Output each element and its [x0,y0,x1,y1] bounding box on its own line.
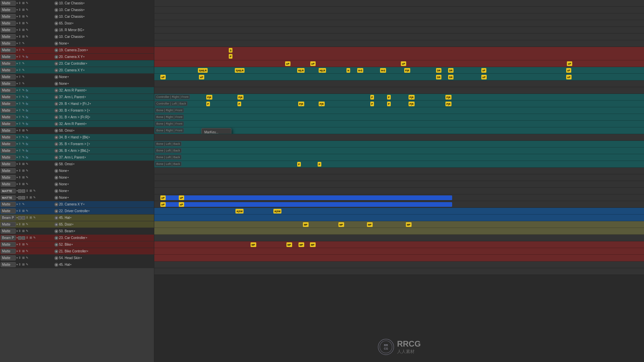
timeline-row-21[interactable]: Bone | Left | Back [154,147,644,154]
timeline-row-0[interactable] [154,0,644,7]
timeline-row-39[interactable] [154,268,644,275]
keyframe-xp-teal3[interactable]: xP [481,75,487,79]
timeline-row-27[interactable] [154,188,644,194]
keyframe-p-1[interactable]: P [370,95,374,100]
timeline-row-25[interactable] [154,174,644,181]
timeline-row-15[interactable]: Bone | Right | Front [154,107,644,114]
track-row: Matte ▾ ⇧ ✎ ◉ 19. Camera Zoom ▾ [0,47,154,54]
timeline-row-26[interactable] [154,181,644,188]
timeline-row-11[interactable] [154,80,644,87]
keyframe-mp-2[interactable]: MP [338,222,344,227]
timeline-row-5[interactable] [154,34,644,40]
timeline-row-32[interactable]: MP MP MP MP [154,221,644,228]
keyframe-plr-1[interactable]: P|R [404,68,410,73]
keyframe-hs-2[interactable]: H▪S [380,68,386,73]
keyframe-xp-teal[interactable]: xP [160,75,166,79]
keyframe-xp-4[interactable]: xP [567,61,572,66]
keyframe-hlr-2[interactable]: H|LR [319,68,326,73]
timeline-row-33[interactable] [154,228,644,235]
timeline-row-22[interactable]: Bone | Left | Back [154,154,644,161]
keyframe-dr-teal2[interactable]: DR [448,75,453,79]
timeline-row-10[interactable]: xP xP DR DR xP xP [154,74,644,80]
keyframe-pr-3[interactable]: P|R [409,95,415,100]
keyframe-mp-1[interactable]: MP [303,222,309,227]
timeline-row-7[interactable]: S P [154,47,644,60]
keyframe-xp-bar2-2[interactable]: xP [179,202,184,207]
keyframe-pr-lb-1[interactable]: P|R [298,102,304,106]
timeline-row-37[interactable] [154,255,644,261]
keyframe-dr-1[interactable]: DR [436,68,441,73]
timeline-row-18[interactable]: Bone | Right | Front MarKey... ▲ ✕ ⚙ [154,127,644,134]
keyframe-xp-bar-1[interactable]: xP [160,195,166,200]
keyframe-xp-3[interactable]: xP [401,61,406,66]
keyframe-mp-3[interactable]: MP [367,222,373,227]
timeline-row-35[interactable]: MP MP MP MP [154,241,644,248]
timeline-row-8[interactable]: xP xP xP xP [154,60,644,67]
keyframe-xp-teal2[interactable]: xP [199,75,204,79]
timeline-row-12[interactable] [154,87,644,94]
keyframe-plr-3[interactable]: xP [566,68,571,73]
timeline-row-29[interactable]: xP xP [154,201,644,208]
keyframe-p[interactable]: P [229,54,232,59]
matte-label-0[interactable]: Matte [1,1,16,6]
keyframe-p-lb-2[interactable]: P [237,102,241,106]
keyframe-p-blb-1[interactable]: P [297,162,301,167]
keyframe-xp-bar-2[interactable]: xP [179,195,184,200]
keyframe-pr-lb-4[interactable]: P|R [445,102,451,106]
keyframe-mp-4[interactable]: MP [406,222,412,227]
keyframe-p-blb-2[interactable]: P [318,162,321,167]
timeline-row-14[interactable]: Controller | Left | Back P P P|R P|R P P… [154,101,644,107]
track-row: Matte ▾ ⇕ ⊞ ✎ ◉ 22. Driver Controlle ▾ [0,208,154,215]
keyframe-p-lb-1[interactable]: P [206,102,210,106]
timeline-row-19[interactable] [154,134,644,141]
keyframe-h[interactable]: H [346,68,350,73]
keyframe-pr-4[interactable]: P|R [445,95,451,100]
timeline-row-30[interactable]: A|SW A|SW [154,208,644,215]
keyframe-mp-red-1[interactable]: MP [251,242,256,247]
timeline-row-24[interactable] [154,168,644,174]
keyframe-dr-2[interactable]: DR [448,68,453,73]
keyframe-shlr-2[interactable]: S|H|LR [235,68,245,73]
keyframe-p-2[interactable]: P [387,95,391,100]
keyframe-xp-2[interactable]: xP [310,61,316,66]
timeline-row-16[interactable]: Bone | Right | Front [154,114,644,121]
track-row: Beam P ▾ ⇕ ⊞ ✎ ◉ 23. Car Controller ▾ [0,235,154,241]
keyframe-pr-1[interactable]: P|R [206,95,212,100]
keyframe-pr-lb-3[interactable]: P|R [409,102,415,106]
timeline-row-3[interactable] [154,20,644,27]
keyframe-mp-red-3[interactable]: MP [299,242,304,247]
timeline-row-2[interactable] [154,13,644,20]
keyframe-xp-teal4[interactable]: xP [566,75,572,79]
keyframe-hs-1[interactable]: H▪S [357,68,363,73]
keyframe-pr-lb-2[interactable]: P|R [319,102,325,106]
ctrl-left-back-label: Controller | Left | Back [155,101,187,106]
keyframe-s[interactable]: S [229,48,232,53]
keyframe-xp-bar2-1[interactable]: xP [160,202,166,207]
timeline-row-6[interactable] [154,40,644,47]
timeline-row-20[interactable]: Bone | Left | Back [154,141,644,147]
timeline-row-36[interactable] [154,248,644,255]
keyframe-pr-2[interactable]: P|R [237,95,244,100]
keyframe-p-lb-4[interactable]: P [387,102,391,106]
timeline-row-28[interactable]: xP xP [154,194,644,201]
keyframe-mp-red-2[interactable]: MP [286,242,292,247]
timeline-row-17[interactable]: Bone | Right | Front [154,121,644,127]
timeline-row-13[interactable]: Controller | Right | Front P|R P|R P P P… [154,94,644,101]
keyframe-asw-1[interactable]: A|SW [235,209,244,214]
timeline-row-38[interactable] [154,261,644,268]
keyframe-mp-red-4[interactable]: MP [310,242,316,247]
keyframe-plr-2[interactable]: xP [481,68,486,73]
timeline-row-23[interactable]: Bone | Left | Back P P [154,161,644,168]
keyframe-dr-teal[interactable]: DR [436,75,441,79]
keyframe-asw-2[interactable]: A|SW [273,209,281,214]
timeline-row-4[interactable] [154,27,644,34]
track-row: MATTE ▾ ⇕ ⊞ ✎ ◉ None ▾ [0,194,154,201]
keyframe-hlr-1[interactable]: H|LR [297,68,305,73]
keyframe-shlr-1[interactable]: S|H|LR [198,68,208,73]
timeline-row-31[interactable] [154,215,644,221]
timeline-row-9[interactable]: S|H|LR S|H|LR H|LR H|LR H H▪S H▪S P|R DR… [154,67,644,74]
timeline-row-1[interactable] [154,7,644,13]
keyframe-xp-1[interactable]: xP [285,61,290,66]
timeline-row-34[interactable] [154,235,644,241]
keyframe-p-lb-3[interactable]: P [370,102,374,106]
